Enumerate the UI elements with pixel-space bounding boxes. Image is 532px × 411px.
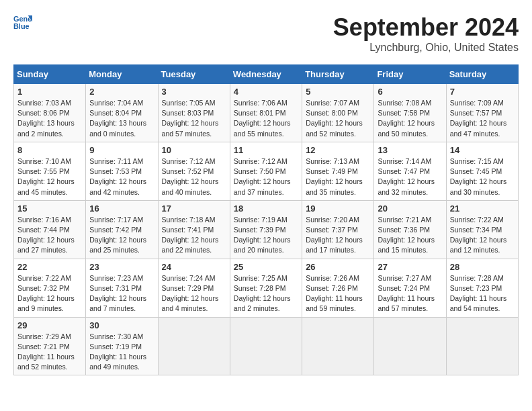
- day-number: 17: [162, 203, 226, 214]
- calendar-cell: 8Sunrise: 7:10 AMSunset: 7:55 PMDaylight…: [14, 142, 86, 200]
- calendar-cell: 6Sunrise: 7:08 AMSunset: 7:58 PMDaylight…: [374, 84, 446, 142]
- location-subtitle: Lynchburg, Ohio, United States: [333, 42, 519, 54]
- calendar-cell: 3Sunrise: 7:05 AMSunset: 8:03 PMDaylight…: [158, 84, 230, 142]
- day-number: 3: [162, 87, 226, 97]
- day-info: Sunrise: 7:24 AMSunset: 7:29 PMDaylight:…: [162, 274, 219, 313]
- calendar-cell: 12Sunrise: 7:13 AMSunset: 7:49 PMDayligh…: [302, 142, 374, 200]
- calendar-cell: 24Sunrise: 7:24 AMSunset: 7:29 PMDayligh…: [158, 259, 230, 317]
- day-number: 4: [234, 87, 298, 97]
- day-number: 11: [234, 145, 298, 155]
- day-info: Sunrise: 7:26 AMSunset: 7:26 PMDaylight:…: [306, 274, 363, 313]
- day-info: Sunrise: 7:12 AMSunset: 7:50 PMDaylight:…: [234, 157, 291, 196]
- day-number: 24: [162, 262, 226, 272]
- calendar-cell: 28Sunrise: 7:28 AMSunset: 7:23 PMDayligh…: [446, 259, 518, 317]
- day-info: Sunrise: 7:22 AMSunset: 7:32 PMDaylight:…: [17, 274, 75, 313]
- day-number: 20: [378, 203, 442, 214]
- calendar-header-row: SundayMondayTuesdayWednesdayThursdayFrid…: [14, 65, 519, 84]
- weekday-header-wednesday: Wednesday: [230, 65, 302, 84]
- day-info: Sunrise: 7:23 AMSunset: 7:31 PMDaylight:…: [89, 274, 146, 313]
- day-info: Sunrise: 7:21 AMSunset: 7:36 PMDaylight:…: [378, 216, 435, 255]
- day-info: Sunrise: 7:14 AMSunset: 7:47 PMDaylight:…: [378, 157, 435, 196]
- day-number: 26: [306, 262, 370, 272]
- calendar-body: 1Sunrise: 7:03 AMSunset: 8:06 PMDaylight…: [14, 84, 519, 375]
- calendar-cell: [302, 317, 374, 375]
- calendar-cell: 18Sunrise: 7:19 AMSunset: 7:39 PMDayligh…: [230, 200, 302, 259]
- calendar-week-2: 8Sunrise: 7:10 AMSunset: 7:55 PMDaylight…: [14, 142, 519, 200]
- day-number: 23: [89, 262, 154, 272]
- logo-icon: General Blue: [13, 13, 32, 32]
- calendar-cell: 19Sunrise: 7:20 AMSunset: 7:37 PMDayligh…: [302, 200, 374, 259]
- calendar-cell: 7Sunrise: 7:09 AMSunset: 7:57 PMDaylight…: [446, 84, 518, 142]
- day-info: Sunrise: 7:27 AMSunset: 7:24 PMDaylight:…: [378, 274, 435, 313]
- day-info: Sunrise: 7:30 AMSunset: 7:19 PMDaylight:…: [89, 332, 146, 371]
- calendar-cell: 27Sunrise: 7:27 AMSunset: 7:24 PMDayligh…: [374, 259, 446, 317]
- day-info: Sunrise: 7:06 AMSunset: 8:01 PMDaylight:…: [234, 99, 291, 138]
- day-number: 1: [17, 87, 82, 97]
- day-info: Sunrise: 7:19 AMSunset: 7:39 PMDaylight:…: [234, 216, 291, 255]
- weekday-header-tuesday: Tuesday: [158, 65, 230, 84]
- calendar-cell: 26Sunrise: 7:26 AMSunset: 7:26 PMDayligh…: [302, 259, 374, 317]
- day-number: 15: [17, 203, 82, 214]
- calendar-cell: 21Sunrise: 7:22 AMSunset: 7:34 PMDayligh…: [446, 200, 518, 259]
- weekday-header-sunday: Sunday: [14, 65, 86, 84]
- calendar-cell: 29Sunrise: 7:29 AMSunset: 7:21 PMDayligh…: [14, 317, 86, 375]
- day-info: Sunrise: 7:16 AMSunset: 7:44 PMDaylight:…: [17, 216, 75, 255]
- day-info: Sunrise: 7:18 AMSunset: 7:41 PMDaylight:…: [162, 216, 219, 255]
- day-number: 6: [378, 87, 442, 97]
- day-number: 30: [89, 320, 154, 330]
- page-header: General Blue General Blue September 2024…: [13, 13, 519, 54]
- calendar-week-1: 1Sunrise: 7:03 AMSunset: 8:06 PMDaylight…: [14, 84, 519, 142]
- day-number: 21: [450, 203, 515, 214]
- calendar-cell: 15Sunrise: 7:16 AMSunset: 7:44 PMDayligh…: [14, 200, 86, 259]
- day-number: 28: [450, 262, 515, 272]
- calendar-week-4: 22Sunrise: 7:22 AMSunset: 7:32 PMDayligh…: [14, 259, 519, 317]
- month-title: September 2024: [333, 13, 519, 42]
- weekday-header-monday: Monday: [86, 65, 158, 84]
- calendar-cell: 14Sunrise: 7:15 AMSunset: 7:45 PMDayligh…: [446, 142, 518, 200]
- day-info: Sunrise: 7:13 AMSunset: 7:49 PMDaylight:…: [306, 157, 363, 196]
- day-number: 5: [306, 87, 370, 97]
- day-info: Sunrise: 7:04 AMSunset: 8:04 PMDaylight:…: [89, 99, 146, 138]
- calendar-cell: [374, 317, 446, 375]
- calendar-cell: 5Sunrise: 7:07 AMSunset: 8:00 PMDaylight…: [302, 84, 374, 142]
- day-info: Sunrise: 7:05 AMSunset: 8:03 PMDaylight:…: [162, 99, 219, 138]
- calendar-cell: 17Sunrise: 7:18 AMSunset: 7:41 PMDayligh…: [158, 200, 230, 259]
- day-number: 14: [450, 145, 515, 155]
- day-number: 16: [89, 203, 154, 214]
- day-info: Sunrise: 7:15 AMSunset: 7:45 PMDaylight:…: [450, 157, 507, 196]
- day-info: Sunrise: 7:28 AMSunset: 7:23 PMDaylight:…: [450, 274, 507, 313]
- calendar-table: SundayMondayTuesdayWednesdayThursdayFrid…: [13, 64, 519, 375]
- calendar-cell: 30Sunrise: 7:30 AMSunset: 7:19 PMDayligh…: [86, 317, 158, 375]
- day-info: Sunrise: 7:25 AMSunset: 7:28 PMDaylight:…: [234, 274, 291, 313]
- day-info: Sunrise: 7:09 AMSunset: 7:57 PMDaylight:…: [450, 99, 507, 138]
- calendar-week-3: 15Sunrise: 7:16 AMSunset: 7:44 PMDayligh…: [14, 200, 519, 259]
- day-number: 9: [89, 145, 154, 155]
- calendar-cell: 2Sunrise: 7:04 AMSunset: 8:04 PMDaylight…: [86, 84, 158, 142]
- calendar-cell: 22Sunrise: 7:22 AMSunset: 7:32 PMDayligh…: [14, 259, 86, 317]
- calendar-cell: 1Sunrise: 7:03 AMSunset: 8:06 PMDaylight…: [14, 84, 86, 142]
- calendar-cell: 20Sunrise: 7:21 AMSunset: 7:36 PMDayligh…: [374, 200, 446, 259]
- calendar-cell: 11Sunrise: 7:12 AMSunset: 7:50 PMDayligh…: [230, 142, 302, 200]
- logo: General Blue General Blue: [13, 13, 32, 32]
- day-info: Sunrise: 7:11 AMSunset: 7:53 PMDaylight:…: [89, 157, 146, 196]
- day-number: 25: [234, 262, 298, 272]
- day-number: 18: [234, 203, 298, 214]
- calendar-week-5: 29Sunrise: 7:29 AMSunset: 7:21 PMDayligh…: [14, 317, 519, 375]
- day-info: Sunrise: 7:08 AMSunset: 7:58 PMDaylight:…: [378, 99, 435, 138]
- day-number: 22: [17, 262, 82, 272]
- calendar-cell: 23Sunrise: 7:23 AMSunset: 7:31 PMDayligh…: [86, 259, 158, 317]
- calendar-cell: 13Sunrise: 7:14 AMSunset: 7:47 PMDayligh…: [374, 142, 446, 200]
- calendar-cell: 10Sunrise: 7:12 AMSunset: 7:52 PMDayligh…: [158, 142, 230, 200]
- calendar-cell: 9Sunrise: 7:11 AMSunset: 7:53 PMDaylight…: [86, 142, 158, 200]
- calendar-cell: 25Sunrise: 7:25 AMSunset: 7:28 PMDayligh…: [230, 259, 302, 317]
- weekday-header-friday: Friday: [374, 65, 446, 84]
- weekday-header-saturday: Saturday: [446, 65, 518, 84]
- weekday-header-thursday: Thursday: [302, 65, 374, 84]
- day-info: Sunrise: 7:10 AMSunset: 7:55 PMDaylight:…: [17, 157, 75, 196]
- day-info: Sunrise: 7:07 AMSunset: 8:00 PMDaylight:…: [306, 99, 363, 138]
- calendar-cell: [158, 317, 230, 375]
- day-number: 2: [89, 87, 154, 97]
- calendar-cell: [446, 317, 518, 375]
- day-info: Sunrise: 7:12 AMSunset: 7:52 PMDaylight:…: [162, 157, 219, 196]
- day-info: Sunrise: 7:03 AMSunset: 8:06 PMDaylight:…: [17, 99, 75, 138]
